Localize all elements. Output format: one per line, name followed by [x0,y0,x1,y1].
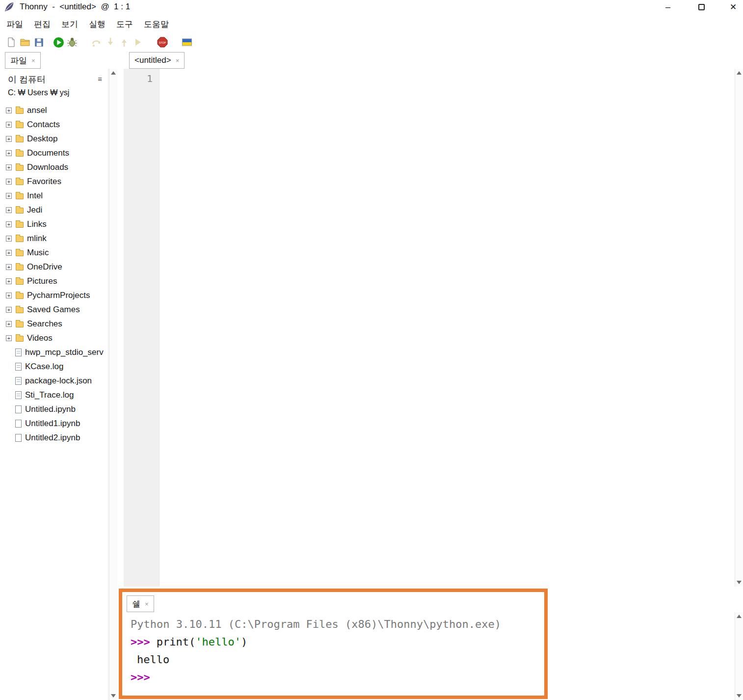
tree-folder-row[interactable]: + Downloads [0,160,108,174]
close-button[interactable]: ✕ [723,0,743,14]
stop-sign-icon: STOP [157,37,168,48]
menu-run[interactable]: 실행 [83,16,111,33]
shell-banner: Python 3.10.11 (C:\Program Files (x86)\T… [131,616,735,633]
shell-code-func: print( [157,636,195,648]
menu-help[interactable]: 도움말 [138,16,174,33]
tree-file-row[interactable]: Untitled1.ipynb [0,416,108,431]
step-out-button[interactable] [118,36,131,49]
tab-editor-label: <untitled> [134,55,171,65]
folder-label: Music [27,248,49,258]
expand-plus-icon[interactable]: + [6,335,12,341]
files-panel: 이 컴퓨터 ≡ C: ₩ Users ₩ ysj + ansel + Conta… [0,69,108,700]
tree-folder-row[interactable]: + Searches [0,317,108,331]
language-flag-button[interactable] [181,36,193,49]
expand-plus-icon[interactable]: + [6,250,12,256]
expand-plus-icon[interactable]: + [6,264,12,270]
step-over-button[interactable] [90,36,103,49]
save-file-button[interactable] [32,36,45,49]
expand-plus-icon[interactable]: + [6,321,12,327]
tree-file-row[interactable]: package-lock.json [0,374,108,388]
save-floppy-icon [34,37,44,48]
tab-editor-close-icon[interactable]: × [176,57,180,64]
folder-label: OneDrive [27,262,62,272]
panel-menu-icon[interactable]: ≡ [98,75,102,83]
expand-plus-icon[interactable]: + [6,122,12,128]
scroll-down-icon[interactable] [737,694,742,698]
tree-folder-row[interactable]: + PycharmProjects [0,288,108,302]
tree-folder-row[interactable]: + Jedi [0,203,108,217]
resume-play-icon [133,37,143,48]
menu-edit[interactable]: 편집 [28,16,56,33]
tree-folder-row[interactable]: + Desktop [0,132,108,146]
folder-icon [16,307,24,313]
tree-folder-row[interactable]: + Music [0,245,108,260]
shell-scrollbar[interactable] [735,612,743,700]
maximize-icon [698,4,705,10]
tree-file-row[interactable]: Sti_Trace.log [0,388,108,402]
folder-label: mlink [27,234,47,243]
shell-prompt-line: >>> [131,669,735,686]
expand-plus-icon[interactable]: + [6,207,12,213]
resume-button[interactable] [132,36,144,49]
tab-shell[interactable]: 쉘 × [127,595,154,612]
tab-files[interactable]: 파일 × [5,52,41,69]
step-into-button[interactable] [104,36,117,49]
tree-folder-row[interactable]: + Documents [0,146,108,160]
tree-folder-row[interactable]: + Favorites [0,174,108,188]
run-script-button[interactable] [52,36,65,49]
tree-folder-row[interactable]: + Intel [0,188,108,203]
scroll-down-icon[interactable] [737,581,742,584]
expand-plus-icon[interactable]: + [6,236,12,242]
expand-plus-icon[interactable]: + [6,164,12,170]
expand-plus-icon[interactable]: + [6,193,12,199]
menu-view[interactable]: 보기 [56,16,83,33]
new-file-button[interactable] [5,36,18,49]
file-icon [15,363,22,371]
file-icon [15,405,22,413]
editor-scrollbar[interactable] [735,69,743,587]
shell-panel[interactable]: Python 3.10.11 (C:\Program Files (x86)\T… [124,612,735,700]
maximize-button[interactable] [690,0,713,14]
tree-file-row[interactable]: Untitled.ipynb [0,402,108,416]
menu-file[interactable]: 파일 [1,16,28,33]
tree-folder-row[interactable]: + OneDrive [0,260,108,274]
file-icon [15,377,22,385]
tree-folder-row[interactable]: + ansel [0,103,108,117]
debug-bug-icon [67,37,78,48]
tab-shell-close-icon[interactable]: × [145,600,149,608]
tree-file-row[interactable]: KCase.log [0,359,108,374]
shell-prompt: >>> [131,671,150,683]
code-editor[interactable]: 1 [124,69,735,587]
folder-icon [16,151,24,157]
tree-folder-row[interactable]: + Saved Games [0,302,108,317]
tree-folder-row[interactable]: + Links [0,217,108,231]
expand-plus-icon[interactable]: + [6,293,12,298]
tree-folder-row[interactable]: + mlink [0,231,108,245]
expand-plus-icon[interactable]: + [6,136,12,142]
tab-files-close-icon[interactable]: × [31,57,35,64]
debug-script-button[interactable] [66,36,79,49]
minimize-button[interactable]: – [657,0,679,14]
current-path[interactable]: C: ₩ Users ₩ ysj [8,88,69,97]
stop-button[interactable]: STOP [156,36,169,49]
expand-plus-icon[interactable]: + [6,179,12,185]
expand-plus-icon[interactable]: + [6,278,12,284]
scroll-up-icon[interactable] [737,615,742,618]
expand-plus-icon[interactable]: + [6,108,12,113]
tree-folder-row[interactable]: + Videos [0,331,108,345]
expand-plus-icon[interactable]: + [6,221,12,227]
scroll-down-icon[interactable] [111,694,116,698]
open-file-button[interactable] [19,36,31,49]
tree-file-row[interactable]: Untitled2.ipynb [0,431,108,445]
scroll-up-icon[interactable] [111,71,116,75]
scroll-up-icon[interactable] [737,71,742,75]
tree-folder-row[interactable]: + Pictures [0,274,108,288]
menu-tools[interactable]: 도구 [111,16,138,33]
files-scrollbar[interactable] [109,69,117,700]
tree-file-row[interactable]: hwp_mcp_stdio_serv [0,345,108,359]
folder-label: Intel [27,191,43,201]
tree-folder-row[interactable]: + Contacts [0,117,108,132]
expand-plus-icon[interactable]: + [6,307,12,313]
expand-plus-icon[interactable]: + [6,150,12,156]
tab-editor-untitled[interactable]: <untitled> × [129,52,185,69]
